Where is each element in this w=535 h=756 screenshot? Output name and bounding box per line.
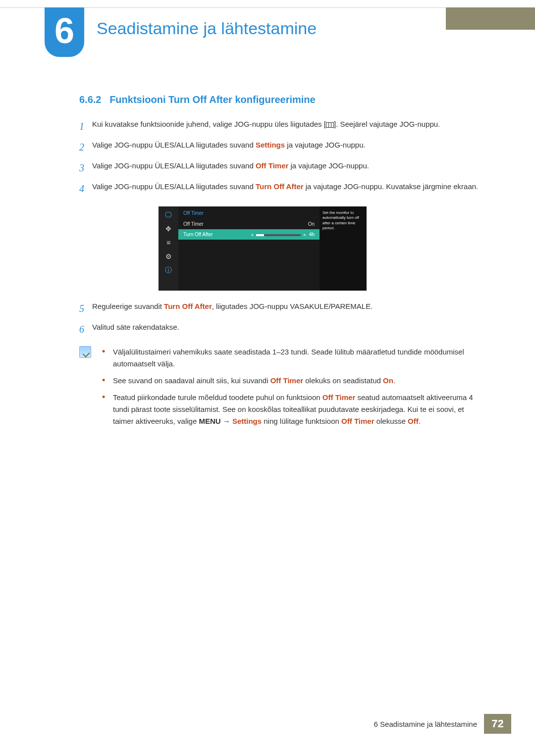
text: ja vajutage JOG-nuppu. Kuvatakse järgmin…: [304, 182, 479, 191]
footer-chapter: 6 Seadistamine ja lähtestamine: [374, 720, 477, 728]
section-title-text: Funktsiooni Turn Off After konfigureerim…: [109, 94, 316, 105]
list-icon: ≡: [163, 238, 174, 247]
osd-row-off-timer: Off Timer On: [178, 219, 320, 229]
osd-sidebar: 🖵 ✥ ≡ ⚙ ⓘ: [159, 206, 178, 291]
osd-label: Turn Off After: [183, 232, 213, 237]
bullet-text: Teatud piirkondade turule mõeldud toodet…: [113, 392, 485, 427]
note-block: •Väljalülitustaimeri vahemikuks saate se…: [79, 346, 485, 432]
step-text: Reguleerige suvandit Turn Off After, lii…: [92, 301, 373, 316]
highlight: Off Timer: [256, 161, 288, 170]
step-number: 3: [79, 160, 92, 176]
step-text: Valige JOG-nuppu ÜLES/ALLA liigutades su…: [92, 160, 369, 176]
step-number: 6: [79, 321, 92, 337]
step-4: 4 Valige JOG-nuppu ÜLES/ALLA liigutades …: [79, 181, 485, 197]
text: ja vajutage JOG-nuppu.: [288, 161, 369, 170]
text: ]. Seejärel vajutage JOG-nuppu.: [334, 120, 440, 128]
step-3: 3 Valige JOG-nuppu ÜLES/ALLA liigutades …: [79, 160, 485, 176]
bullet-dot-icon: •: [102, 346, 113, 370]
bullet-item: •See suvand on saadaval ainult siis, kui…: [102, 375, 485, 387]
text: Kui kuvatakse funktsioonide juhend, vali…: [92, 120, 326, 128]
bullet-text: See suvand on saadaval ainult siis, kui …: [113, 375, 395, 387]
section-heading: 6.6.2 Funktsiooni Turn Off After konfigu…: [79, 94, 485, 105]
page-number: 72: [484, 714, 511, 734]
header-stripe: [446, 7, 535, 30]
step-1: 1 Kui kuvatakse funktsioonide juhend, va…: [79, 118, 485, 134]
text: Valige JOG-nuppu ÜLES/ALLA liigutades su…: [92, 141, 256, 149]
monitor-icon: 🖵: [163, 210, 174, 219]
move-icon: ✥: [163, 224, 174, 233]
chapter-title: Seadistamine ja lähtestamine: [97, 19, 317, 38]
osd-value: On: [308, 221, 315, 227]
section-number: 6.6.2: [79, 94, 101, 105]
bullet-item: •Teatud piirkondade turule mõeldud toode…: [102, 392, 485, 427]
menu-icon: [326, 122, 334, 128]
chapter-number-badge: 6: [45, 7, 84, 57]
text: Reguleerige suvandit: [92, 302, 164, 310]
osd-slider: [256, 234, 301, 236]
highlight: Turn Off After: [164, 302, 212, 310]
bullet-dot-icon: •: [102, 375, 113, 387]
text: ja vajutage JOG-nuppu.: [285, 141, 366, 149]
bullet-item: •Väljalülitustaimeri vahemikuks saate se…: [102, 346, 485, 370]
step-text: Valige JOG-nuppu ÜLES/ALLA liigutades su…: [92, 181, 478, 197]
osd-value: 4h: [309, 232, 315, 237]
osd-hint-panel: Set the monitor to automatically turn of…: [320, 206, 367, 291]
text: Valige JOG-nuppu ÜLES/ALLA liigutades su…: [92, 161, 256, 170]
footer: 6 Seadistamine ja lähtestamine 72: [374, 714, 535, 734]
text: Valige JOG-nuppu ÜLES/ALLA liigutades su…: [92, 182, 256, 191]
highlight: Turn Off After: [256, 182, 304, 191]
step-5: 5 Reguleerige suvandit Turn Off After, l…: [79, 301, 485, 316]
step-text: Valitud säte rakendatakse.: [92, 321, 179, 337]
osd-row-turn-off-after: Turn Off After ◂▸4h: [178, 229, 320, 240]
bullet-text: Väljalülitustaimeri vahemikuks saate sea…: [113, 346, 485, 370]
step-text: Kui kuvatakse funktsioonide juhend, vali…: [92, 118, 440, 134]
step-number: 1: [79, 118, 92, 134]
gear-icon: ⚙: [163, 252, 174, 261]
osd-screenshot: 🖵 ✥ ≡ ⚙ ⓘ Off Timer Off Timer On Turn Of…: [159, 206, 485, 291]
osd-header: Off Timer: [178, 208, 320, 219]
info-icon: ⓘ: [163, 266, 174, 275]
step-2: 2 Valige JOG-nuppu ÜLES/ALLA liigutades …: [79, 139, 485, 155]
text: , liigutades JOG-nuppu VASAKULE/PAREMALE…: [212, 302, 373, 310]
step-number: 4: [79, 181, 92, 197]
osd-main-panel: Off Timer Off Timer On Turn Off After ◂▸…: [178, 206, 320, 291]
highlight: Settings: [256, 141, 285, 149]
step-text: Valige JOG-nuppu ÜLES/ALLA liigutades su…: [92, 139, 366, 155]
step-6: 6 Valitud säte rakendatakse.: [79, 321, 485, 337]
content-area: 6.6.2 Funktsiooni Turn Off After konfigu…: [79, 94, 485, 432]
step-number: 5: [79, 301, 92, 316]
osd-label: Off Timer: [183, 221, 204, 227]
note-icon: [79, 346, 91, 358]
bullet-list: •Väljalülitustaimeri vahemikuks saate se…: [102, 346, 485, 432]
step-number: 2: [79, 139, 92, 155]
bullet-dot-icon: •: [102, 392, 113, 427]
